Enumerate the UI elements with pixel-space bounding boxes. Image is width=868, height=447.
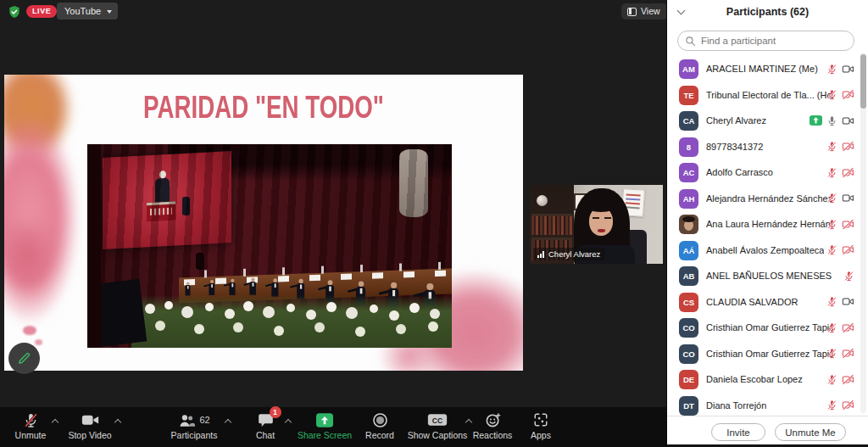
svg-text:CC: CC [432, 416, 442, 425]
toolbar-apps-button[interactable]: Apps [519, 411, 563, 445]
stage-photo [87, 144, 452, 348]
panel-scrollbar-thumb[interactable] [860, 54, 866, 109]
participant-status-icons [826, 237, 854, 264]
share-screen-icon [316, 411, 333, 428]
chat-unread-badge: 1 [270, 406, 281, 418]
participant-status-icons [826, 341, 854, 367]
participant-name: Cheryl Alvarez [706, 108, 766, 134]
participant-avatar: AC [679, 163, 698, 182]
participant-row[interactable]: DEDaniela Escobar Lopez [667, 366, 868, 393]
participant-row[interactable]: Ana Laura Hernández Hernánd... [667, 211, 868, 237]
security-shield-icon[interactable] [8, 5, 21, 19]
toolbar-stop-video-button[interactable]: Stop Video [59, 411, 120, 445]
participant-name: Tribunal Electoral de Tla... (Host) [706, 82, 833, 109]
participants-count: 62 [199, 415, 209, 425]
view-button[interactable]: View [621, 3, 668, 20]
participant-name: Alejandra Hernández Sánchez [706, 186, 832, 212]
participant-avatar: AM [679, 59, 698, 79]
mic-muted-icon [826, 64, 837, 75]
participant-status-icons [826, 211, 854, 237]
participant-name: Cristhian Omar Gutierrez Tapia [706, 341, 833, 367]
participant-name: ANEL BAÑUELOS MENESES [706, 263, 832, 289]
participant-avatar: DE [679, 370, 698, 389]
mic-muted-icon [843, 271, 854, 282]
audio-signal-icon [537, 251, 546, 258]
participant-status-icons [826, 315, 854, 341]
participant-avatar: AÁ [679, 241, 698, 260]
participant-search-input[interactable] [677, 31, 854, 51]
camera-off-icon [842, 348, 854, 359]
toolbar-record-button[interactable]: Record [355, 411, 404, 445]
participant-row[interactable]: ACAdolfo Carrasco [667, 159, 868, 186]
participant-row[interactable]: AHAlejandra Hernández Sánchez [667, 186, 868, 212]
participant-avatar: CA [679, 111, 698, 131]
participant-avatar: TE [679, 86, 698, 105]
camera-on-icon [842, 296, 854, 307]
participant-row[interactable]: AÁAnabell Ávalos Zempoalteca [667, 237, 868, 264]
youtube-stream-menu[interactable]: YouTube [57, 3, 118, 20]
apps-icon [533, 411, 548, 428]
participant-row[interactable]: COCristhian Omar Gutierrez Tapia [667, 315, 868, 341]
toolbar-participants-button[interactable]: 62Participants [158, 411, 231, 445]
mic-muted-icon [826, 400, 837, 411]
mic-on-icon [826, 115, 837, 126]
chat-icon: 1 [258, 411, 274, 428]
mic-muted-icon [826, 374, 837, 385]
unmute-icon [23, 411, 39, 428]
toolbar-label: Reactions [473, 430, 513, 440]
slide-title: PARIDAD "EN TODO" [46, 90, 481, 126]
participant-row[interactable]: COCristhian Omar Gutierrez Tapia [667, 341, 868, 367]
toolbar-share-screen-button[interactable]: Share Screen [292, 411, 358, 445]
participant-row[interactable]: CSCLAUDIA SALVADOR [667, 289, 868, 316]
chevron-up-icon[interactable] [114, 419, 121, 426]
presentation-slide: PARIDAD "EN TODO" [4, 75, 523, 371]
participant-row[interactable]: ABANEL BAÑUELOS MENESES [667, 263, 868, 289]
chevron-up-icon[interactable] [52, 419, 58, 426]
watercolor-splash [23, 326, 36, 335]
participant-status-icons [826, 134, 854, 160]
participant-name: Diana Torrejón [706, 393, 766, 416]
participants-panel-footer: Invite Unmute Me [667, 416, 868, 447]
toolbar-label: Chat [256, 430, 275, 440]
toolbar-chat-button[interactable]: 1Chat [240, 411, 291, 445]
participant-row[interactable]: DTDiana Torrejón [667, 393, 868, 416]
participant-status-icons [843, 263, 854, 289]
toolbar-label: Apps [531, 430, 551, 440]
participant-row[interactable]: AMARACELI MARTINEZ (Me) [667, 56, 868, 82]
stop-video-icon [81, 411, 99, 428]
chevron-up-icon[interactable] [225, 419, 231, 426]
camera-on-icon [842, 193, 854, 204]
toolbar-unmute-button[interactable]: Unmute [3, 411, 58, 445]
unmute-me-button[interactable]: Unmute Me [775, 423, 846, 441]
reactions-icon [485, 411, 501, 428]
camera-off-icon [842, 141, 854, 152]
toolbar-label: Stop Video [68, 430, 111, 440]
live-badge: LIVE [26, 5, 57, 18]
invite-button[interactable]: Invite [711, 423, 765, 441]
camera-off-icon [842, 374, 854, 385]
participant-avatar: DT [679, 396, 698, 416]
mic-muted-icon [826, 244, 837, 255]
camera-on-icon [842, 64, 854, 75]
participant-name: Daniela Escobar Lopez [706, 366, 803, 393]
mic-muted-icon [826, 219, 837, 230]
toolbar-label: Share Screen [298, 430, 352, 440]
toolbar-label: Record [365, 430, 394, 440]
participant-avatar: CO [679, 318, 698, 338]
participant-name: ARACELI MARTINEZ (Me) [706, 56, 818, 82]
toolbar-reactions-button[interactable]: Reactions [468, 411, 517, 445]
participant-status-icons [826, 289, 854, 316]
chevron-up-icon[interactable] [285, 419, 292, 426]
camera-off-icon [842, 167, 854, 178]
participant-row[interactable]: CACheryl Alvarez [667, 108, 868, 134]
participant-name: Ana Laura Hernández Hernánd... [706, 211, 833, 237]
participant-row[interactable]: 889778341372 [667, 134, 868, 160]
self-video-thumbnail[interactable]: Cheryl Alvarez [530, 185, 663, 264]
toolbar-show-captions-button[interactable]: CCShow Captions [403, 411, 471, 445]
camera-off-icon [842, 400, 854, 411]
participant-row[interactable]: TETribunal Electoral de Tla... (Host) [667, 82, 868, 109]
participant-name: Anabell Ávalos Zempoalteca [706, 237, 824, 264]
participant-status-icons [810, 108, 854, 134]
flower-arrangement [131, 295, 452, 348]
annotation-pencil-button[interactable] [8, 343, 40, 374]
